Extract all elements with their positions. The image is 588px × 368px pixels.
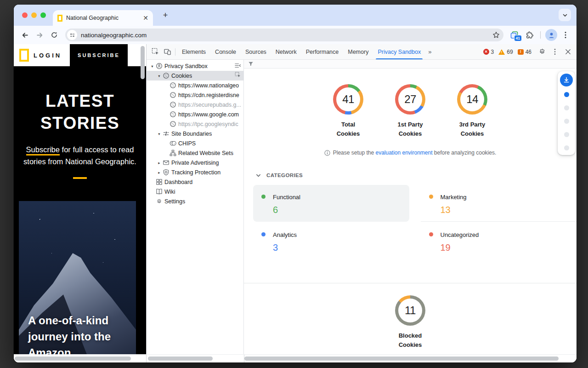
tree-expand-arrow[interactable]: ▾ [149,64,155,69]
category-card-analytics[interactable]: Analytics3 [253,222,409,259]
subscribe-inline-link[interactable]: Subscribe [26,145,60,155]
profile-avatar[interactable] [545,29,557,41]
devtools-tab-privacy-sandbox[interactable]: Privacy Sandbox [373,44,425,59]
reload-button[interactable] [48,29,61,41]
inspect-icon[interactable] [235,72,241,78]
tree-item-tracking-protection[interactable]: ▸Tracking Protection [147,167,243,177]
subscribe-button[interactable]: SUBSCRIBE [70,44,128,66]
tree-horizontal-scrollbar[interactable] [148,356,213,361]
carousel-dot-4[interactable] [564,132,569,137]
devtools-tab-sources[interactable]: Sources [241,44,271,59]
devtools-body: ▾Privacy Sandbox▾Cookieshttps://www.nati… [147,60,577,354]
cookie-extension-icon[interactable]: 41 [508,29,521,41]
browser-menu-kebab-icon[interactable] [559,29,572,41]
tree-expand-arrow[interactable]: ▾ [156,132,162,136]
browser-tab[interactable]: National Geographic ✕ [53,10,153,26]
category-card-uncategorized[interactable]: Uncategorized19 [421,222,577,259]
devtools-tab-network[interactable]: Network [271,44,301,59]
chevron-down-icon [256,173,261,178]
carousel-dot-1[interactable] [564,92,569,97]
donut-value: 14 [466,93,478,106]
donut-value: 27 [404,93,416,106]
tree-item-https-www-nationalgeo[interactable]: https://www.nationalgeo [147,80,243,90]
more-tabs-icon[interactable]: » [425,48,434,55]
donut-blocked-cookies: 11BlockedCookies [390,295,431,350]
warning-badge[interactable]: 69 [498,49,513,55]
categories-header[interactable]: CATEGORIES [256,172,577,178]
macos-zoom-button[interactable] [40,12,46,18]
devtools-tab-memory[interactable]: Memory [343,44,373,59]
category-card-marketing[interactable]: Marketing13 [421,185,577,222]
devtools-close-icon[interactable] [562,46,574,58]
macos-close-button[interactable] [22,12,28,18]
tree-item-wiki[interactable]: Wiki [147,187,243,196]
cookie-icon [169,101,176,109]
setup-info-note: Please setup the evaluation environment … [244,150,577,156]
tree-item-settings[interactable]: Settings [147,196,243,206]
login-link[interactable]: LOGIN [34,52,62,59]
page-vertical-scrollbar[interactable] [141,46,145,79]
story-card[interactable]: A one-of-a-kind journey into the Amazon [19,201,136,354]
tree-item-label: Dashboard [164,179,192,185]
devtools-tabs: ElementsConsoleSourcesNetworkPerformance… [177,44,425,59]
devtools-settings-gear-icon[interactable] [536,46,548,58]
new-tab-button[interactable]: + [160,10,171,21]
tree-item-private-advertising[interactable]: ▸Private Advertising [147,158,243,167]
evaluation-environment-link[interactable]: evaluation environment [375,150,432,156]
story-title[interactable]: A one-of-a-kind journey into the Amazon [28,312,129,354]
carousel-dot-2[interactable] [564,105,569,110]
address-bar[interactable]: nationalgeographic.com [65,29,503,41]
page-horizontal-scrollbar[interactable] [15,356,131,361]
filter-funnel-icon[interactable] [248,61,254,67]
error-badge[interactable]: ✕3 [483,49,494,55]
browser-window: National Geographic ✕ + nationalgeograph… [14,5,577,362]
forward-button[interactable] [33,29,46,41]
bookmark-star-icon[interactable] [492,31,500,39]
tabbar-separator [175,48,175,56]
tree-item-label: Private Advertising [171,160,219,166]
download-report-button[interactable] [560,74,573,86]
tab-search-chevron-icon[interactable] [559,9,571,21]
carousel-dot-5[interactable] [564,145,569,150]
devtools-menu-kebab-icon[interactable] [549,46,561,58]
tree-item-privacy-sandbox[interactable]: ▾Privacy Sandbox [147,61,243,71]
tree-expand-arrow[interactable]: ▸ [156,170,162,175]
donut-center: 11 [398,299,422,322]
tree-item-cookies[interactable]: ▾Cookies [147,71,243,80]
donut-center: 14 [460,87,484,111]
inspect-element-icon[interactable] [149,46,161,58]
main-horizontal-scrollbar[interactable] [244,356,559,361]
tree-item-dashboard[interactable]: Dashboard [147,177,243,187]
category-card-functional[interactable]: Functional6 [253,185,409,222]
tree-item-chips[interactable]: CHIPS [147,138,243,148]
tree-item-https-tpc-googlesyndic[interactable]: https://tpc.googlesyndic [147,119,243,129]
devtools-tab-performance[interactable]: Performance [301,44,344,59]
donut-label: TotalCookies [337,120,360,138]
issues-badge[interactable]: !46 [518,49,531,55]
donut-center: 41 [336,87,360,111]
tab-close-icon[interactable]: ✕ [143,15,148,21]
tree-item-label: Site Boundaries [171,131,212,137]
macos-minimize-button[interactable] [31,12,37,18]
tree-item-https-securepubads-g[interactable]: https://securepubads.g... [147,100,243,109]
url-text[interactable]: nationalgeographic.com [81,32,489,39]
device-toolbar-icon[interactable] [161,46,173,58]
back-button[interactable] [18,29,31,41]
devtools-tab-elements[interactable]: Elements [177,44,210,59]
site-controls-icon[interactable] [67,30,77,40]
collapse-icon[interactable] [234,62,241,69]
carousel-dot-3[interactable] [564,119,569,124]
tree-expand-arrow[interactable]: ▸ [156,161,162,165]
tree-item-https-www-google-com[interactable]: https://www.google.com [147,109,243,119]
donut-ring: 11 [395,295,425,326]
tree-expand-arrow[interactable]: ▾ [156,74,162,78]
tree-item-label: https://tpc.googlesyndic [178,121,238,127]
tree-item-related-website-sets[interactable]: Related Website Sets [147,148,243,158]
donut-3rd-party-cookies: 143rd PartyCookies [452,84,493,138]
devtools-tab-console[interactable]: Console [210,44,241,59]
natgeo-logo[interactable] [19,49,29,62]
hero-section: LATEST STORIES Subscribe for full access… [14,66,146,354]
extensions-puzzle-icon[interactable] [523,29,536,41]
tree-item-https-cdn-registerdisne[interactable]: https://cdn.registerdisne [147,90,243,100]
tree-item-site-boundaries[interactable]: ▾Site Boundaries [147,129,243,138]
